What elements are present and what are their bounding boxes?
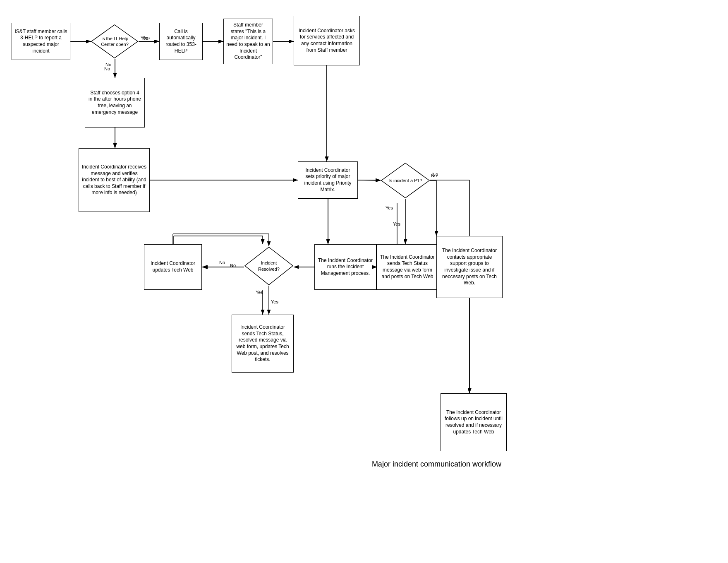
yes-label-1: Yes [141, 36, 148, 41]
no-label-resolved: No [230, 263, 236, 268]
ic-contacts-box: The Incident Coordinator contacts approp… [436, 236, 503, 298]
ic-sends-tech-status-box: The Incident Coordinator sends Tech Stat… [376, 244, 438, 290]
ic-updates-box: Incident Coordinator updates Tech Web [144, 244, 202, 290]
start-box-text: IS&T staff member calls 3-HELP to report… [14, 29, 67, 54]
staff-states-box: Staff member states "This is a major inc… [223, 19, 273, 64]
ic-follows-up-box: The Incident Coordinator follows up on i… [441, 393, 507, 451]
is-p1-text: Is incident a P1? [387, 178, 424, 183]
staff-chooses-text: Staff chooses option 4 in the after hour… [88, 90, 142, 115]
ic-sets-priority-text: Incident Coordinator sets priority of ma… [301, 167, 355, 193]
ic-sends-resolved-text: Incident Coordinator sends Tech Status, … [235, 324, 291, 363]
ic-receives-text: Incident Coordinator receives message an… [81, 164, 147, 196]
ic-receives-box: Incident Coordinator receives message an… [79, 148, 150, 212]
is-p1-diamond: Is incident a P1? [381, 162, 430, 199]
help-center-diamond: Is the IT Help Center open? [91, 24, 139, 59]
ic-sends-resolved-box: Incident Coordinator sends Tech Status, … [232, 315, 294, 373]
help-center-diamond-text: Is the IT Help Center open? [97, 36, 132, 48]
yes-label-p1: Yes [386, 205, 393, 210]
no-label-p1: No [432, 172, 438, 177]
staff-chooses-box: Staff chooses option 4 in the after hour… [85, 78, 145, 128]
ic-runs-box: The Incident Coordinator runs the Incide… [314, 244, 376, 290]
page-title: Major incident communication workflow [357, 460, 501, 469]
no-label-1: No [105, 62, 111, 67]
ic-sends-tech-status-text: The Incident Coordinator sends Tech Stat… [379, 254, 436, 280]
incident-resolved-diamond: Incident Resolved? [244, 246, 294, 286]
ic-asks-box: Incident Coordinator asks for services a… [294, 16, 360, 65]
yes-label-resolved: Yes [256, 290, 263, 295]
ic-updates-text: Incident Coordinator updates Tech Web [147, 260, 199, 273]
incident-resolved-text: Incident Resolved? [251, 260, 287, 272]
ic-contacts-text: The Incident Coordinator contacts approp… [439, 248, 500, 286]
ic-runs-text: The Incident Coordinator runs the Incide… [317, 257, 374, 277]
call-routed-text: Call is automatically routed to 353-HELP [162, 29, 200, 54]
ic-sets-priority-box: Incident Coordinator sets priority of ma… [298, 161, 358, 199]
staff-states-text: Staff member states "This is a major inc… [226, 22, 270, 61]
ic-follows-up-text: The Incident Coordinator follows up on i… [443, 409, 504, 435]
call-routed-box: Call is automatically routed to 353-HELP [159, 23, 203, 60]
start-box: IS&T staff member calls 3-HELP to report… [12, 23, 70, 60]
ic-asks-text: Incident Coordinator asks for services a… [297, 28, 357, 53]
